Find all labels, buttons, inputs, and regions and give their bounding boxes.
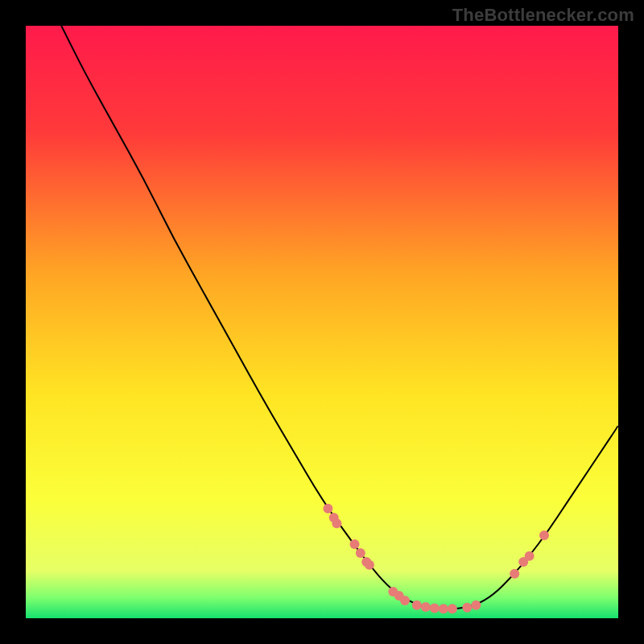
- scatter-point: [350, 539, 360, 549]
- scatter-point: [421, 602, 431, 612]
- scatter-point: [510, 569, 519, 579]
- watermark-label: TheBottlenecker.com: [452, 5, 634, 26]
- scatter-point: [412, 601, 422, 610]
- scatter-point: [430, 604, 440, 613]
- chart-frame: TheBottlenecker.com: [0, 0, 644, 644]
- line-chart-svg: [26, 26, 618, 618]
- scatter-point: [439, 604, 448, 613]
- scatter-point: [365, 560, 374, 570]
- scatter-point: [462, 603, 472, 613]
- scatter-point: [539, 530, 549, 540]
- scatter-point: [356, 548, 365, 558]
- scatter-point: [448, 604, 457, 613]
- gradient-background: [26, 26, 618, 618]
- scatter-point: [471, 601, 481, 610]
- scatter-point: [332, 518, 341, 528]
- scatter-point: [525, 551, 535, 561]
- scatter-point: [400, 596, 410, 605]
- plot-area: [26, 26, 618, 618]
- scatter-point: [323, 504, 332, 514]
